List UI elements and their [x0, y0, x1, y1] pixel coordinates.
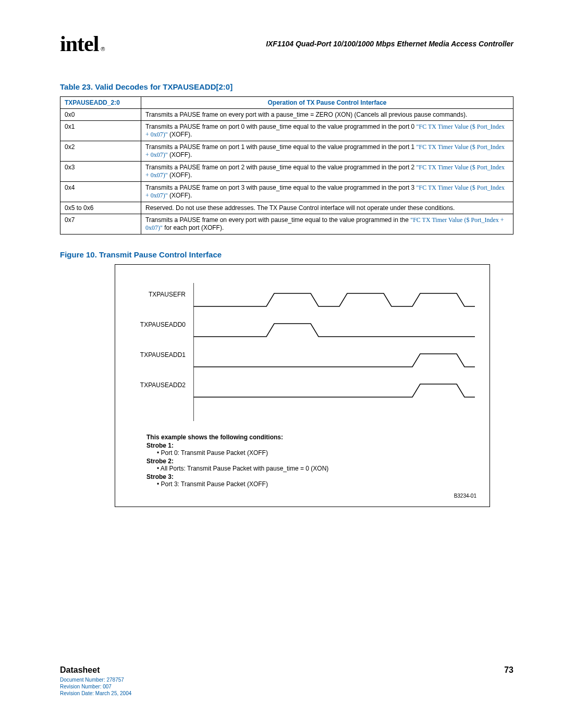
- strobe-bullet: • All Ports: Transmit Pause Packet with …: [157, 465, 476, 472]
- cell-addr: 0x0: [60, 109, 141, 121]
- cell-addr: 0x7: [60, 214, 141, 235]
- signal-label: TXPAUSEFR: [126, 291, 193, 304]
- figure-code: B3234-01: [126, 493, 476, 499]
- cell-desc: Transmits a PAUSE frame on port 2 with p…: [141, 162, 513, 182]
- page-header: intel® IXF1104 Quad-Port 10/100/1000 Mbp…: [60, 31, 513, 56]
- decodes-table: TXPAUSEADD_2:0 Operation of TX Pause Con…: [60, 96, 513, 235]
- timing-diagram: TXPAUSEFRTXPAUSEADD0TXPAUSEADD1TXPAUSEAD…: [126, 280, 476, 428]
- waveform-svg: [193, 280, 475, 426]
- doc-number: Document Number: 278757: [60, 676, 513, 683]
- table-row: 0x5 to 0x6Reserved. Do not use these add…: [60, 202, 513, 214]
- figure-conditions: This example shows the following conditi…: [146, 434, 476, 488]
- figure-caption: Figure 10. Transmit Pause Control Interf…: [60, 250, 513, 259]
- table-row: 0x4Transmits a PAUSE frame on port 3 wit…: [60, 182, 513, 202]
- cell-addr: 0x3: [60, 162, 141, 182]
- datasheet-label: Datasheet: [60, 665, 100, 675]
- page-footer: Datasheet 73 Document Number: 278757 Rev…: [60, 665, 513, 697]
- table-row: 0x2Transmits a PAUSE frame on port 1 wit…: [60, 141, 513, 162]
- conditions-heading: This example shows the following conditi…: [146, 434, 476, 441]
- col-header-operation: Operation of TX Pause Control Interface: [141, 97, 513, 109]
- table-caption: Table 23. Valid Decodes for TXPAUSEADD[2…: [60, 82, 513, 91]
- signal-label: TXPAUSEADD0: [126, 321, 193, 334]
- strobe-label: Strobe 1:: [146, 442, 476, 449]
- cell-desc: Transmits a PAUSE frame on every port wi…: [141, 214, 513, 235]
- strobe-label: Strobe 3:: [146, 473, 476, 480]
- cell-desc: Reserved. Do not use these addresses. Th…: [141, 202, 513, 214]
- cell-addr: 0x5 to 0x6: [60, 202, 141, 214]
- page-number: 73: [504, 665, 513, 675]
- strobe-bullet: • Port 3: Transmit Pause Packet (XOFF): [157, 480, 476, 488]
- cell-desc: Transmits a PAUSE frame on port 0 with p…: [141, 121, 513, 141]
- signal-label: TXPAUSEADD1: [126, 351, 193, 364]
- cell-addr: 0x4: [60, 182, 141, 202]
- table-row: 0x0Transmits a PAUSE frame on every port…: [60, 109, 513, 121]
- cell-addr: 0x1: [60, 121, 141, 141]
- strobe-bullet: • Port 0: Transmit Pause Packet (XOFF): [157, 449, 476, 456]
- cell-desc: Transmits a PAUSE frame on port 1 with p…: [141, 141, 513, 162]
- registered-mark: ®: [101, 46, 105, 52]
- cell-addr: 0x2: [60, 141, 141, 162]
- revision-number: Revision Number: 007: [60, 683, 513, 690]
- table-row: 0x3Transmits a PAUSE frame on port 2 wit…: [60, 162, 513, 182]
- table-row: 0x1Transmits a PAUSE frame on port 0 wit…: [60, 121, 513, 141]
- table-row: 0x7Transmits a PAUSE frame on every port…: [60, 214, 513, 235]
- cell-desc: Transmits a PAUSE frame on every port wi…: [141, 109, 513, 121]
- col-header-addr: TXPAUSEADD_2:0: [60, 97, 141, 109]
- signal-label: TXPAUSEADD2: [126, 381, 193, 394]
- document-title: IXF1104 Quad-Port 10/100/1000 Mbps Ether…: [266, 40, 513, 48]
- revision-date: Revision Date: March 25, 2004: [60, 690, 513, 697]
- logo-text: intel: [60, 31, 99, 56]
- figure-box: TXPAUSEFRTXPAUSEADD0TXPAUSEADD1TXPAUSEAD…: [115, 264, 490, 507]
- intel-logo: intel®: [60, 31, 105, 56]
- cell-desc: Transmits a PAUSE frame on port 3 with p…: [141, 182, 513, 202]
- strobe-label: Strobe 2:: [146, 458, 476, 465]
